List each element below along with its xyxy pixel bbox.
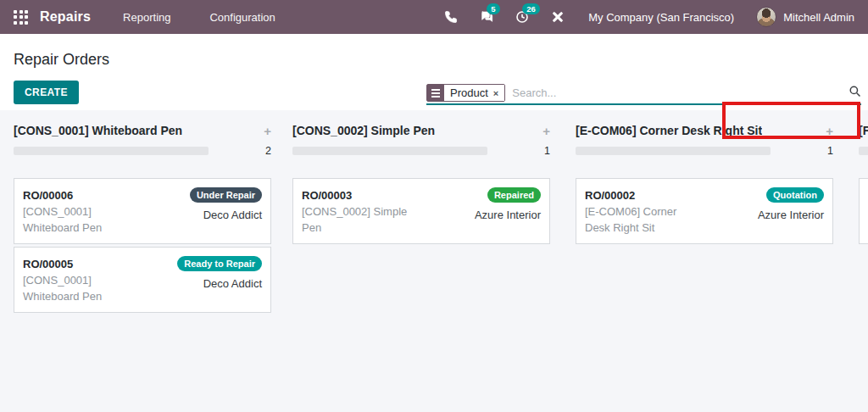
activities-clock-icon[interactable]: 26 xyxy=(514,8,531,25)
kanban-column-whiteboard-pen: [CONS_0001] Whiteboard Pen + 2 RO/00006 … xyxy=(14,123,271,315)
column-count: 2 xyxy=(209,145,271,157)
card-product: Desk Right Sit xyxy=(585,220,758,236)
kanban-card[interactable]: RO/00002 [E-COM06] Corner Desk Right Sit… xyxy=(576,178,833,244)
facet-category-icon xyxy=(427,85,444,101)
kanban-board: [CONS_0001] Whiteboard Pen + 2 RO/00006 … xyxy=(0,110,868,412)
kanban-card[interactable]: RO/00005 [CONS_0001] Whiteboard Pen Read… xyxy=(14,247,271,313)
column-title: [CONS_0001] Whiteboard Pen xyxy=(14,124,182,137)
avatar[interactable] xyxy=(756,7,776,27)
control-panel: Repair Orders CREATE Product × Filters xyxy=(0,34,868,110)
column-progressbar[interactable] xyxy=(859,147,868,155)
card-product: Whiteboard Pen xyxy=(23,220,190,236)
kanban-column-simple-pen: [CONS_0002] Simple Pen + 1 RO/00003 [CON… xyxy=(292,123,550,247)
search-icon[interactable] xyxy=(849,85,861,101)
create-button[interactable]: CREATE xyxy=(14,81,79,104)
column-add-icon[interactable]: + xyxy=(542,125,550,137)
card-product: [CONS_0001] xyxy=(23,272,177,288)
column-progressbar[interactable] xyxy=(292,147,487,155)
card-product: Whiteboard Pen xyxy=(23,288,177,304)
kanban-card[interactable]: RO/00006 [CONS_0001] Whiteboard Pen Unde… xyxy=(14,178,271,244)
messages-icon[interactable]: 5 xyxy=(478,8,495,25)
card-partner: Deco Addict xyxy=(203,207,262,223)
facet-label: Product xyxy=(450,86,488,99)
card-product: [E-COM06] Corner xyxy=(585,203,758,220)
column-title: [F xyxy=(859,124,868,137)
apps-menu-icon[interactable] xyxy=(14,10,28,25)
column-title: [E-COM06] Corner Desk Right Sit xyxy=(576,124,762,137)
card-reference: RO/00002 xyxy=(585,187,758,203)
phone-icon[interactable] xyxy=(442,8,459,25)
column-count: 1 xyxy=(771,145,833,157)
kanban-column-partial: [F R [ C xyxy=(859,123,868,247)
column-count: 1 xyxy=(487,145,550,157)
status-badge: Repaired xyxy=(487,187,541,203)
kanban-card[interactable]: R [ C xyxy=(859,178,868,244)
column-add-icon[interactable]: + xyxy=(826,125,833,137)
tools-icon[interactable] xyxy=(549,8,566,25)
search-bar: Product × xyxy=(426,82,861,105)
menu-reporting[interactable]: Reporting xyxy=(123,11,170,24)
card-partner: Azure Interior xyxy=(758,207,824,223)
column-title: [CONS_0002] Simple Pen xyxy=(292,124,435,137)
column-progressbar[interactable] xyxy=(14,147,209,155)
card-reference: RO/00003 xyxy=(302,187,475,203)
app-name[interactable]: Repairs xyxy=(40,9,91,25)
kanban-card[interactable]: RO/00003 [CONS_0002] Simple Pen Repaired… xyxy=(292,178,550,244)
status-badge: Ready to Repair xyxy=(177,256,262,271)
status-badge: Under Repair xyxy=(190,187,262,203)
card-product: [CONS_0001] xyxy=(23,203,190,220)
column-progressbar[interactable] xyxy=(576,147,771,155)
activities-badge: 26 xyxy=(522,3,540,14)
card-partner: Azure Interior xyxy=(475,207,541,223)
top-navbar: Repairs Reporting Configuration 5 26 My … xyxy=(0,0,868,34)
kanban-column-corner-desk: [E-COM06] Corner Desk Right Sit + 1 RO/0… xyxy=(576,123,833,247)
card-product: Pen xyxy=(302,220,475,236)
messages-badge: 5 xyxy=(487,3,499,14)
facet-remove-icon[interactable]: × xyxy=(493,88,498,98)
search-facet-product[interactable]: Product × xyxy=(426,84,505,102)
search-input[interactable] xyxy=(512,86,849,99)
card-reference: RO/00006 xyxy=(23,187,190,203)
card-partner: Deco Addict xyxy=(203,276,262,292)
card-product: [CONS_0002] Simple xyxy=(302,203,475,220)
menu-configuration[interactable]: Configuration xyxy=(209,11,275,24)
company-switcher[interactable]: My Company (San Francisco) xyxy=(588,11,734,24)
repairs-kanban-screen: Repairs Reporting Configuration 5 26 My … xyxy=(0,0,868,412)
column-add-icon[interactable]: + xyxy=(264,125,271,137)
user-menu[interactable]: Mitchell Admin xyxy=(783,11,854,24)
page-title: Repair Orders xyxy=(14,51,109,69)
card-reference: RO/00005 xyxy=(23,256,177,272)
status-badge: Quotation xyxy=(766,187,824,203)
